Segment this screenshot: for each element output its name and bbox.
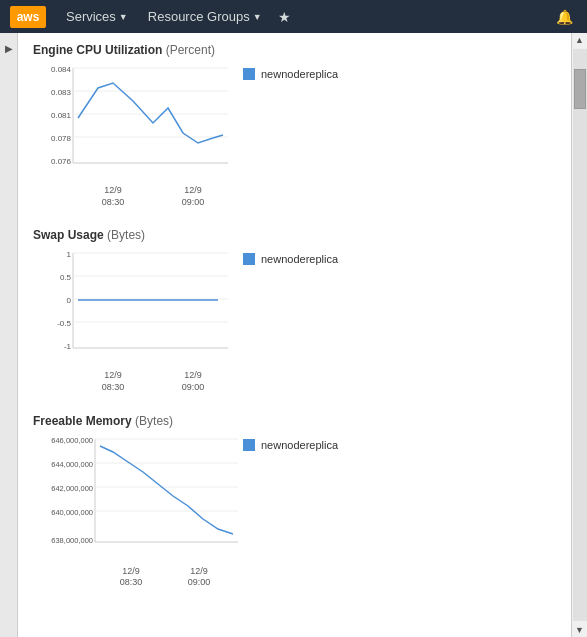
aws-logo-text: aws [17,10,40,24]
scroll-track[interactable] [573,49,587,621]
engine-cpu-legend: newnodereplica [243,68,338,80]
x-label-2: 12/9 09:00 [182,185,205,208]
svg-text:638,000,000: 638,000,000 [51,536,93,545]
services-label: Services [66,9,116,24]
legend-box-swap [243,253,255,265]
left-sidebar: ▶ [0,33,18,637]
right-scrollbar: ▲ ▼ [571,33,587,637]
swap-usage-section: Swap Usage (Bytes) 1 [33,228,556,393]
resource-groups-menu[interactable]: Resource Groups ▼ [140,5,270,28]
svg-text:0.083: 0.083 [51,88,72,97]
legend-label-swap: newnodereplica [261,253,338,265]
swap-usage-chart-wrapper: 1 0.5 0 -0.5 -1 12/9 08:30 [33,248,556,393]
engine-cpu-x-labels: 12/9 08:30 12/9 09:00 [73,185,233,208]
engine-cpu-section: Engine CPU Utilization (Percent) [33,43,556,208]
svg-text:0.076: 0.076 [51,157,72,166]
swap-usage-title: Swap Usage (Bytes) [33,228,556,242]
engine-cpu-title: Engine CPU Utilization (Percent) [33,43,556,57]
x-label-1: 12/9 08:30 [102,185,125,208]
freeable-memory-title: Freeable Memory (Bytes) [33,414,556,428]
services-chevron: ▼ [119,12,128,22]
left-collapse-arrow[interactable]: ▶ [5,43,13,54]
svg-text:640,000,000: 640,000,000 [51,508,93,517]
swap-x-labels: 12/9 08:30 12/9 09:00 [73,370,233,393]
svg-text:0: 0 [67,296,72,305]
memory-x-label-2: 12/9 09:00 [188,566,211,589]
pin-icon[interactable]: ★ [274,5,295,29]
scroll-thumb[interactable] [574,69,586,109]
freeable-memory-chart-wrapper: 646,000,000 644,000,000 642,000,000 640,… [33,434,556,589]
memory-x-label-1: 12/9 08:30 [120,566,143,589]
svg-text:0.078: 0.078 [51,134,72,143]
scroll-down-button[interactable]: ▼ [573,623,586,637]
svg-text:646,000,000: 646,000,000 [51,436,93,445]
engine-cpu-chart-wrapper: 0.084 0.083 0.081 0.078 0.076 12/9 08:30 [33,63,556,208]
memory-x-labels: 12/9 08:30 12/9 09:00 [97,566,233,589]
legend-label-memory: newnodereplica [261,439,338,451]
top-navigation: aws Services ▼ Resource Groups ▼ ★ 🔔 [0,0,587,33]
svg-text:642,000,000: 642,000,000 [51,484,93,493]
main-container: ▶ Engine CPU Utilization (Percent) [0,33,587,637]
svg-text:1: 1 [67,250,72,259]
svg-text:0.5: 0.5 [60,273,72,282]
engine-cpu-chart-area: 0.084 0.083 0.081 0.078 0.076 12/9 08:30 [33,63,233,208]
resource-groups-label: Resource Groups [148,9,250,24]
engine-cpu-svg: 0.084 0.083 0.081 0.078 0.076 [33,63,233,183]
bell-icon[interactable]: 🔔 [552,5,577,29]
svg-text:0.084: 0.084 [51,65,72,74]
swap-usage-chart-area: 1 0.5 0 -0.5 -1 12/9 08:30 [33,248,233,393]
svg-text:0.081: 0.081 [51,111,72,120]
swap-x-label-2: 12/9 09:00 [182,370,205,393]
content-area: Engine CPU Utilization (Percent) [18,33,571,637]
scroll-up-button[interactable]: ▲ [573,33,586,47]
legend-box [243,68,255,80]
swap-usage-svg: 1 0.5 0 -0.5 -1 [33,248,233,368]
swap-x-label-1: 12/9 08:30 [102,370,125,393]
freeable-memory-svg: 646,000,000 644,000,000 642,000,000 640,… [33,434,243,564]
aws-logo[interactable]: aws [10,6,46,28]
svg-text:-1: -1 [64,342,72,351]
legend-label: newnodereplica [261,68,338,80]
freeable-memory-chart-area: 646,000,000 644,000,000 642,000,000 640,… [33,434,233,589]
svg-text:-0.5: -0.5 [57,319,71,328]
svg-text:644,000,000: 644,000,000 [51,460,93,469]
services-menu[interactable]: Services ▼ [58,5,136,28]
resource-groups-chevron: ▼ [253,12,262,22]
swap-legend: newnodereplica [243,253,338,265]
freeable-memory-section: Freeable Memory (Bytes) [33,414,556,589]
legend-box-memory [243,439,255,451]
memory-legend: newnodereplica [243,439,338,451]
